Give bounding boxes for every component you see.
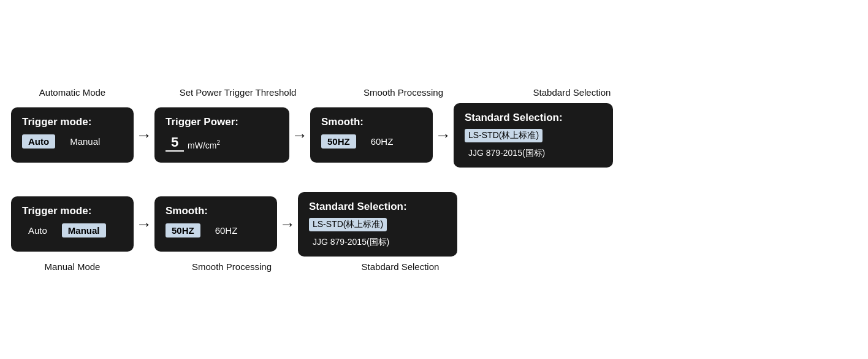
trigger-mode-auto-options: Auto Manual	[22, 134, 123, 149]
smooth-manual-options: 50HZ 60HZ	[166, 223, 266, 237]
auto-button-row2[interactable]: Auto	[22, 223, 53, 237]
trigger-power-box: Trigger Power: 5 mW/cm2	[154, 107, 289, 163]
label-manual-mode: Manual Mode	[11, 261, 134, 272]
power-value[interactable]: 5	[166, 134, 184, 152]
diagram: Automatic Mode Set Power Trigger Thresho…	[11, 87, 857, 272]
60hz-button-row2[interactable]: 60HZ	[209, 223, 244, 237]
arrow-1-2: →	[136, 126, 152, 145]
label-standard-manual: Stabdard Selection	[330, 261, 471, 272]
labels-below-row2: Manual Mode Smooth Processing Stabdard S…	[11, 261, 857, 272]
labels-above-row1: Automatic Mode Set Power Trigger Thresho…	[11, 87, 857, 98]
smooth-auto-box: Smooth: 50HZ 60HZ	[310, 107, 433, 163]
standard-auto-option-1[interactable]: LS-STD(林上标准)	[465, 129, 602, 142]
trigger-mode-manual-options: Auto Manual	[22, 223, 123, 237]
trigger-mode-manual-box: Trigger mode: Auto Manual	[11, 196, 134, 252]
arrow-m-1-2: →	[136, 215, 152, 234]
standard-auto-box: Standard Selection: LS-STD(林上标准) JJG 879…	[454, 103, 613, 168]
manual-button-row1[interactable]: Manual	[64, 134, 106, 149]
trigger-mode-auto-box: Trigger mode: Auto Manual	[11, 107, 134, 163]
superscript-2: 2	[216, 139, 220, 146]
standard-auto-option-2[interactable]: JJG 879-2015(国标)	[465, 147, 602, 159]
arrow-3-4: →	[435, 126, 451, 145]
50hz-button-row2-selected[interactable]: 50HZ	[166, 223, 200, 237]
manual-button-selected[interactable]: Manual	[62, 223, 106, 237]
label-standard-auto: Stabdard Selection	[501, 87, 642, 98]
standard-manual-box: Standard Selection: LS-STD(林上标准) JJG 879…	[298, 192, 457, 257]
label-automatic-mode: Automatic Mode	[11, 87, 134, 98]
60hz-button-row1[interactable]: 60HZ	[365, 134, 400, 149]
trigger-power-content: 5 mW/cm2	[166, 134, 278, 152]
label-set-power: Set Power Trigger Threshold	[170, 87, 305, 98]
auto-button-selected[interactable]: Auto	[22, 134, 55, 149]
standard-manual-option-2[interactable]: JJG 879-2015(国标)	[309, 236, 446, 248]
manual-mode-row: Trigger mode: Auto Manual → Smooth: 50HZ…	[11, 192, 857, 272]
standard-manual-option-1[interactable]: LS-STD(林上标准)	[309, 218, 446, 231]
automatic-mode-row: Automatic Mode Set Power Trigger Thresho…	[11, 87, 857, 168]
arrow-m-2-3: →	[280, 215, 295, 234]
label-smooth-manual: Smooth Processing	[170, 261, 293, 272]
flow-row-2: Trigger mode: Auto Manual → Smooth: 50HZ…	[11, 192, 857, 257]
smooth-auto-options: 50HZ 60HZ	[321, 134, 422, 149]
arrow-2-3: →	[292, 126, 308, 145]
50hz-button-row1-selected[interactable]: 50HZ	[321, 134, 356, 149]
smooth-manual-box: Smooth: 50HZ 60HZ	[154, 196, 277, 252]
power-unit: mW/cm2	[188, 139, 220, 152]
flow-row-1: Trigger mode: Auto Manual → Trigger Powe…	[11, 103, 857, 168]
label-smooth-auto: Smooth Processing	[342, 87, 465, 98]
